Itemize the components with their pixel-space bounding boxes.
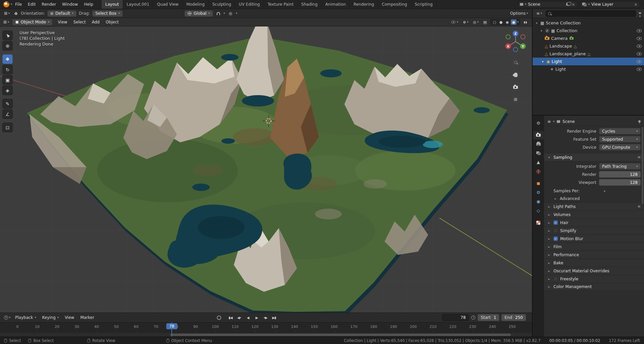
outliner-search-input[interactable] [546, 10, 636, 17]
shading-dropdown[interactable]: ▾ [517, 21, 519, 23]
current-frame-field[interactable]: 78 [442, 314, 469, 321]
eye-icon[interactable] [637, 52, 642, 56]
menu-edit[interactable]: Edit [25, 1, 39, 8]
eye-icon[interactable] [637, 68, 642, 71]
xray-toggle[interactable]: ▤ [482, 19, 488, 25]
tab-render[interactable] [533, 131, 544, 139]
timeline-editor-type-button[interactable]: ▾ [3, 315, 12, 320]
menu-keying[interactable]: Keying▾ [40, 314, 61, 321]
menu-playback[interactable]: Playback▾ [12, 314, 39, 321]
workspace-tab-compositing[interactable]: Compositing [378, 0, 411, 9]
panel-oscurart-material-overrides[interactable]: ▸ Oscurart Material Overrides [544, 267, 644, 275]
timecode-clock-icon[interactable] [471, 316, 475, 320]
panel-sampling[interactable]: ▾ Sampling ≡ [544, 153, 644, 161]
jump-to-start-button[interactable]: ▮◀ [227, 314, 234, 321]
workspace-tab-scripting[interactable]: Scripting [411, 0, 437, 9]
object-visibility-dropdown[interactable]: ▾ [449, 20, 460, 24]
workspace-tab-quad-view[interactable]: Quad View [153, 0, 182, 9]
viewport-editor-type-button[interactable]: ⊞ ▾ [2, 19, 10, 25]
add-cube-tool-button[interactable]: ⊡ [2, 123, 13, 132]
render-engine-dropdown[interactable]: Cycles▾ [599, 128, 641, 134]
subpanel-advanced[interactable]: ▸ Advanced [546, 195, 641, 202]
measure-tool-button[interactable]: ∠ [2, 109, 13, 119]
prev-keyframe-button[interactable]: ◀• [235, 314, 243, 321]
workspace-tab-layout-001[interactable]: Layout.001 [123, 0, 154, 9]
outliner-row-light[interactable]: ▾ ◉ Light [533, 58, 644, 65]
tab-view-layer[interactable] [533, 149, 544, 157]
device-dropdown[interactable]: GPU Compute▾ [599, 144, 641, 150]
new-scene-icon[interactable] [566, 3, 570, 6]
workspace-tab-uv-editing[interactable]: UV Editing [235, 0, 264, 9]
render-samples-field[interactable]: 128 [599, 171, 641, 178]
camera-view-button[interactable] [512, 83, 520, 91]
panel-light-paths[interactable]: ▸ Light Paths ≡ [544, 202, 644, 210]
snap-toggle[interactable] [215, 11, 221, 16]
jump-to-end-button[interactable]: ▶▮ [270, 314, 278, 321]
scene-selector[interactable]: ▾ Scene × [518, 1, 578, 8]
pause-render-button[interactable]: ▮▮ [522, 20, 529, 24]
workspace-tab-texture-paint[interactable]: Texture Paint [264, 0, 298, 9]
filter-icon[interactable] [638, 12, 642, 14]
scale-tool-button[interactable]: ▣ [2, 75, 13, 85]
menu-select[interactable]: Select [71, 19, 89, 25]
subpanel-samples-per[interactable]: Samples Per: ▸ [546, 187, 641, 195]
shading-material-button[interactable]: ◉ [504, 19, 510, 25]
annotate-tool-button[interactable]: ✎ [2, 99, 13, 109]
tab-world[interactable] [533, 167, 544, 176]
tab-output[interactable] [533, 140, 544, 148]
menu-help[interactable]: Help [81, 1, 96, 8]
outliner-row-light-data[interactable]: ☀ Light [533, 65, 644, 73]
panel-film[interactable]: ▸ Film [544, 243, 644, 251]
panel-freestyle[interactable]: ▸ Freestyle [544, 275, 644, 283]
play-reverse-button[interactable]: ◀ [244, 314, 252, 321]
integrator-dropdown[interactable]: Path Tracing▾ [599, 163, 641, 169]
disclosure-icon[interactable]: ▾ [539, 29, 543, 32]
workspace-tab-modeling[interactable]: Modeling [182, 0, 209, 9]
eye-icon[interactable] [637, 60, 642, 63]
tab-modifiers[interactable]: ⚙ [533, 188, 544, 197]
eye-icon[interactable] [637, 37, 642, 40]
menu-object[interactable]: Object [103, 19, 121, 25]
delete-scene-button[interactable]: × [571, 2, 576, 7]
outliner-row-scene-collection[interactable]: ▾ ▦ Scene Collection [533, 19, 644, 27]
outliner-row-camera[interactable]: Camera [533, 35, 644, 42]
playhead[interactable]: 78 [166, 323, 177, 329]
menu-marker[interactable]: Marker [77, 314, 97, 321]
navigation-gizmo[interactable]: Z X Y [503, 29, 528, 54]
disclosure-icon[interactable]: ▾ [535, 21, 539, 25]
workspace-tab-layout[interactable]: Layout [102, 0, 123, 9]
transform-orientation-dropdown[interactable]: Global ▾ [184, 10, 213, 17]
menu-render[interactable]: Render [39, 1, 59, 8]
timeline-ruler[interactable]: 0 10 20 30 40 50 60 70 80 90 100 110 120… [0, 322, 532, 332]
simplify-checkbox[interactable] [553, 228, 558, 233]
drag-dropdown[interactable]: Select Box ▾ [92, 10, 123, 17]
start-frame-field[interactable]: Start 1 [478, 314, 499, 321]
outliner-row-landscape[interactable]: △ Landscape △ [533, 42, 644, 50]
outliner-row-collection[interactable]: ▾ ✓ ▦ Collection [533, 27, 644, 35]
panel-volumes[interactable]: ▸ Volumes [544, 210, 644, 218]
snap-dropdown[interactable]: ▾ [224, 12, 225, 15]
proportional-falloff-dropdown[interactable]: ▾ [236, 12, 237, 15]
viewport-samples-field[interactable]: 128 [599, 179, 641, 186]
play-button[interactable]: ▶ [253, 314, 260, 321]
pan-button[interactable] [512, 71, 520, 79]
view-layer-browse-caret-icon[interactable]: ▾ [588, 3, 590, 6]
tab-scene[interactable] [533, 158, 544, 166]
workspace-tab-animation[interactable]: Animation [322, 0, 350, 9]
tab-object[interactable]: ■ [533, 179, 544, 188]
next-keyframe-button[interactable]: •▶ [262, 314, 269, 321]
shading-solid-button[interactable]: ● [498, 19, 504, 25]
end-frame-field[interactable]: End 250 [501, 314, 526, 321]
menu-add[interactable]: Add [89, 19, 102, 25]
workspace-tab-shading[interactable]: Shading [298, 0, 322, 9]
disclosure-icon[interactable]: ▾ [541, 60, 545, 63]
transform-tool-button[interactable]: ◈ [2, 85, 13, 95]
zoom-button[interactable] [512, 58, 520, 66]
tool-settings-editor-type-button[interactable]: ⊞ ▾ [3, 11, 11, 16]
menu-view[interactable]: View [55, 19, 70, 25]
collection-checkbox[interactable]: ✓ [545, 28, 549, 33]
eye-icon[interactable] [637, 29, 642, 32]
menu-view-timeline[interactable]: View [62, 314, 77, 321]
panel-simplify[interactable]: ▸ Simplify [544, 226, 644, 234]
tab-tool[interactable]: ⚙ [533, 119, 544, 127]
